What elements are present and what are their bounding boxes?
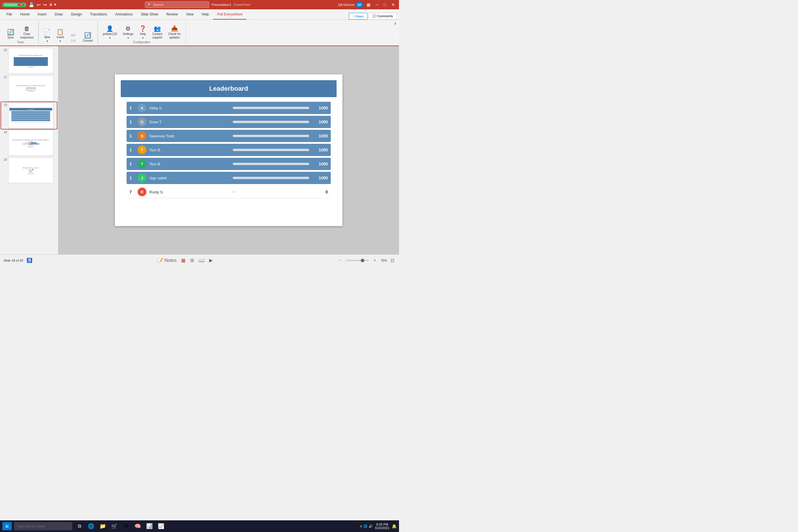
- tab-view[interactable]: View: [182, 10, 198, 20]
- reading-view-button[interactable]: 📖: [197, 257, 206, 264]
- slide-thumb-leaderboard: Leaderboard: [10, 108, 52, 111]
- tab-file[interactable]: File: [2, 10, 16, 20]
- new-label: New: [44, 36, 50, 39]
- insert-label: Insert: [57, 36, 64, 39]
- slide-item-17[interactable]: 17 What words would you use to describe …: [1, 75, 57, 101]
- slide-thumb-16: How do you feel about this presentation …: [8, 48, 53, 74]
- minimize-button[interactable]: ─: [374, 2, 380, 7]
- help-icon: ❓: [139, 26, 147, 32]
- zoom-out-button[interactable]: －: [336, 256, 343, 264]
- settings-button[interactable]: ⚙ Settings ▼: [120, 24, 136, 40]
- config-label: Configuration: [100, 40, 183, 44]
- slide-num-17: 17: [2, 75, 7, 79]
- comments-button[interactable]: 💬 Comments: [369, 13, 397, 20]
- settings-label: Settings: [123, 32, 133, 36]
- ribbon-tabs: File Home Insert Draw Design Transitions…: [0, 10, 399, 20]
- ribbon-group-config: 👤 pollster123 ▼ ⚙ Settings ▼ ❓ Help ▼ 👥 …: [98, 21, 186, 44]
- pollster-button[interactable]: 👤 pollster123 ▼: [100, 24, 119, 40]
- tab-home[interactable]: Home: [16, 10, 34, 20]
- normal-view-button[interactable]: ▦: [180, 257, 187, 264]
- clear-responses-button[interactable]: 🗑 Clearresponses: [18, 24, 36, 40]
- name-6: Jojo rabbit: [149, 176, 230, 180]
- leaderboard-body: 1 A Abby S. 1000 1 D Drew T. 100: [121, 102, 337, 198]
- convert-button[interactable]: 🔃 Convert: [80, 31, 95, 44]
- edit-button[interactable]: ✏ Edit: [68, 31, 79, 44]
- bar-3: [233, 135, 309, 137]
- slide-sorter-button[interactable]: ⊞: [189, 257, 195, 264]
- score-6: 1000: [316, 176, 328, 180]
- new-button[interactable]: 📄 New ▼: [41, 28, 53, 44]
- tab-poll-everywhere[interactable]: Poll Everywhere: [213, 10, 246, 20]
- contact-support-button[interactable]: 👥 Contactsupport: [150, 24, 165, 40]
- slide-status: Slide 18 of 20: [3, 259, 23, 262]
- rank-4: 1: [130, 148, 135, 152]
- share-button[interactable]: ↑ Share: [349, 13, 367, 20]
- ribbon-display-button[interactable]: ▦: [365, 2, 372, 7]
- title-bar: AutoSave Off 💾 ↩ ↪ 🖥 ▼ 🔍 Search Presenta…: [0, 0, 399, 10]
- fit-slide-button[interactable]: ⊡: [390, 257, 396, 264]
- slide-thumb-20: Who said "To be or not to be"? Hamlet Ro…: [8, 157, 53, 183]
- maximize-button[interactable]: □: [382, 2, 388, 7]
- accessibility-button[interactable]: ♿: [25, 257, 34, 264]
- help-button[interactable]: ❓ Help ▼: [137, 24, 149, 40]
- zoom-in-button[interactable]: ＋: [371, 256, 378, 264]
- tab-help[interactable]: Help: [198, 10, 213, 20]
- status-left: Slide 18 of 20 ♿: [3, 257, 34, 264]
- sync-button[interactable]: 🔄 Sync: [5, 28, 17, 40]
- insert-button[interactable]: 📋 Insert ▼: [54, 28, 66, 44]
- redo-button[interactable]: ↪: [43, 2, 47, 7]
- tab-design[interactable]: Design: [67, 10, 86, 20]
- tab-insert[interactable]: Insert: [34, 10, 51, 20]
- slide-item-20[interactable]: 20 Who said "To be or not to be"? Hamlet…: [1, 157, 57, 184]
- search-icon: 🔍: [148, 3, 152, 7]
- autosave-label: AutoSave: [5, 3, 17, 6]
- customize-button[interactable]: 🖥 ▼: [49, 3, 57, 7]
- slideshow-button[interactable]: ▶: [208, 257, 214, 264]
- status-bar: Slide 18 of 20 ♿ 📝 Notes ▦ ⊞ 📖 ▶ － ＋ 75%…: [0, 254, 399, 266]
- main-layout: 16 How do you feel about this presentati…: [0, 46, 399, 254]
- updates-icon: 📥: [171, 26, 178, 32]
- contact-icon: 👥: [154, 26, 161, 32]
- score-1: 1000: [316, 106, 328, 110]
- pollster-icon: 👤: [106, 26, 113, 32]
- sync-label: Sync: [7, 36, 14, 39]
- title-bar-right: QA Devices QD ▦ ─ □ ✕: [338, 1, 397, 8]
- save-button[interactable]: 💾: [28, 2, 34, 7]
- slide-item-19[interactable]: 19 Who said "That's one small step for m…: [1, 130, 57, 156]
- slide-num-19: 19: [2, 130, 7, 134]
- convert-label: Convert: [82, 39, 93, 43]
- search-box[interactable]: 🔍 Search: [145, 1, 209, 8]
- ribbon-group-tools2: 📄 New ▼ 📋 Insert ▼ ✏ Edit 🔃 Convert: [39, 21, 98, 44]
- help-label: Help: [140, 32, 146, 36]
- undo-button[interactable]: ↩: [37, 2, 40, 7]
- sync-buttons: 🔄 Sync 🗑 Clearresponses: [5, 21, 36, 40]
- bar-5: [233, 163, 309, 165]
- user-info: QA Devices QD: [338, 1, 363, 8]
- settings-icon: ⚙: [126, 26, 131, 32]
- tab-review[interactable]: Review: [162, 10, 182, 20]
- slide-item-16[interactable]: 16 How do you feel about this presentati…: [1, 47, 57, 74]
- autosave-button[interactable]: AutoSave Off: [2, 3, 26, 7]
- slide-panel[interactable]: 16 How do you feel about this presentati…: [0, 46, 58, 254]
- name-7: Rusty S.: [149, 190, 230, 194]
- new-icon: 📄: [43, 29, 51, 35]
- tools2-label: [41, 44, 95, 44]
- convert-icon: 🔃: [84, 32, 91, 38]
- tab-slideshow[interactable]: Slide Show: [136, 10, 162, 20]
- zoom-slider[interactable]: [346, 260, 369, 261]
- ribbon-collapse-button[interactable]: ∧: [394, 21, 397, 26]
- avatar-3: S: [138, 132, 147, 140]
- tab-draw[interactable]: Draw: [51, 10, 67, 20]
- check-updates-button[interactable]: 📥 Check forupdates: [166, 24, 183, 40]
- score-2: 1000: [316, 119, 328, 124]
- rank-5: 1: [130, 162, 135, 166]
- zoom-thumb[interactable]: [361, 259, 364, 262]
- tab-transitions[interactable]: Transitions: [86, 10, 111, 20]
- edit-icon: ✏: [71, 32, 76, 38]
- notes-label: Notes: [164, 258, 176, 263]
- close-button[interactable]: ✕: [390, 2, 397, 7]
- tab-animations[interactable]: Animations: [111, 10, 136, 20]
- notes-button[interactable]: 📝 Notes: [156, 257, 178, 264]
- slide-item-18[interactable]: 18 Leaderboard: [1, 102, 57, 129]
- title-bar-left: AutoSave Off 💾 ↩ ↪ 🖥 ▼: [2, 2, 57, 7]
